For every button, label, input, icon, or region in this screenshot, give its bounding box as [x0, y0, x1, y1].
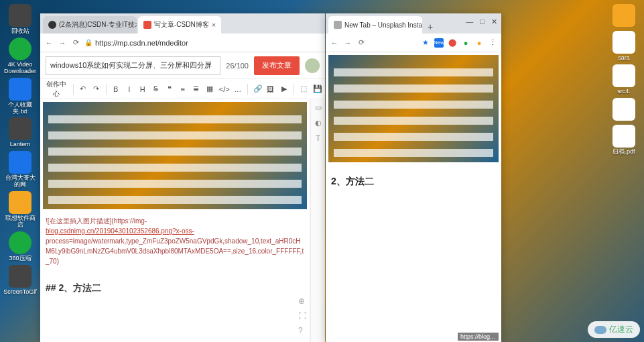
desktop-icon[interactable]: 个人收藏夹.txt: [3, 78, 38, 115]
desktop-icon[interactable]: 回收站: [3, 4, 38, 35]
desktop-icon[interactable]: src4.: [606, 64, 641, 95]
heading-button[interactable]: H: [139, 85, 147, 93]
desktop-icon-image: [9, 4, 31, 27]
creative-center-link[interactable]: 创作中心: [44, 80, 68, 99]
extension-icon-1[interactable]: ⬤: [448, 38, 457, 48]
reload-button[interactable]: ⟳: [357, 38, 366, 47]
bookmark-star-icon[interactable]: ★: [421, 38, 430, 48]
zoom-in-icon[interactable]: ⊕: [298, 296, 306, 306]
publish-button[interactable]: 发布文章: [254, 56, 300, 75]
desktop-icon-label: sara: [618, 55, 630, 62]
bottom-tools: ⊕ ⛶ ?: [298, 296, 306, 335]
desktop-icon-label: 360压缩: [9, 255, 31, 262]
watermark-logo-icon: [594, 326, 606, 334]
desktop-icon-label: 联想软件商店: [3, 215, 38, 229]
forward-button[interactable]: →: [58, 39, 67, 47]
quote-button[interactable]: ❝: [166, 84, 174, 93]
side-toolbar: ▭ ◐ T: [310, 99, 325, 342]
desktop-icon-image: [9, 117, 31, 140]
desktop-icon-image: [613, 98, 635, 121]
undo-button[interactable]: ↶: [79, 84, 87, 93]
desktop-icon[interactable]: 联想软件商店: [3, 191, 38, 229]
favicon-github: [48, 21, 56, 29]
fullscreen-icon[interactable]: ⛶: [298, 311, 306, 321]
desktop-icon-image: [613, 31, 635, 54]
char-count: 26/100: [226, 62, 249, 70]
ul-button[interactable]: ≡: [179, 85, 187, 93]
forward-button[interactable]: →: [343, 39, 352, 47]
desktop-icon[interactable]: 4K Video Downloader: [3, 38, 38, 75]
address-input[interactable]: 🔒 https://mp.csdn.net/mdeditor: [84, 39, 321, 47]
address-bar: ← → ⟳ 🔒 https://mp.csdn.net/mdeditor: [40, 34, 325, 52]
editor-toolbar: 创作中心 ↶ ↷ B I H S̶ ❝ ≡ ≣ ▦ </> … 🔗 🖼 ▶ ⬚ …: [40, 79, 325, 99]
tab-label: 写文章-CSDN博客: [154, 20, 209, 30]
desktop-icon-label: 4K Video Downloader: [3, 62, 38, 75]
chrome-window-right: — □ ✕ New Tab – Unsplash Instant × + ← →…: [326, 13, 501, 342]
side-tool-2[interactable]: ◐: [315, 119, 322, 127]
desktop-icon-label: ScreenToGif: [3, 289, 37, 296]
bold-button[interactable]: B: [112, 85, 120, 93]
link-button[interactable]: 🔗: [253, 84, 261, 93]
table-button[interactable]: ▦: [206, 84, 214, 93]
image-button[interactable]: 🖼: [267, 85, 275, 93]
tab-label: New Tab – Unsplash Instant: [344, 21, 422, 29]
status-url-tip: https://blog…: [458, 333, 499, 341]
italic-button[interactable]: I: [125, 85, 133, 93]
desktop-icon[interactable]: 归档.pdf: [606, 125, 641, 156]
desktop-icon-image: [9, 151, 31, 174]
code-button[interactable]: </>: [219, 85, 229, 93]
close-window-button[interactable]: ✕: [491, 17, 497, 26]
editor-header: 26/100 发布文章: [40, 52, 325, 79]
help-icon[interactable]: ?: [298, 326, 306, 335]
side-tool-3[interactable]: T: [316, 134, 320, 142]
layout-button[interactable]: ⬚: [300, 84, 308, 93]
save-button[interactable]: 💾: [313, 84, 321, 93]
side-tool-1[interactable]: ▭: [315, 103, 322, 112]
desktop-icon-label: 回收站: [11, 28, 29, 35]
back-button[interactable]: ←: [44, 39, 54, 47]
desktop-icon-label: src4.: [617, 89, 631, 95]
desktop-icon[interactable]: [606, 4, 641, 28]
desktop-icon[interactable]: 360压缩: [3, 231, 38, 262]
strike-button[interactable]: S̶: [152, 84, 160, 93]
tab-csdn-home[interactable]: (2条消息)CSDN-专业IT技术社区 ×: [43, 16, 137, 34]
markdown-pane[interactable]: ![在这里插入图片描述](https://img- blog.csdnimg.c…: [40, 99, 310, 342]
tab-bar: (2条消息)CSDN-专业IT技术社区 × 写文章-CSDN博客 ×: [40, 13, 325, 34]
desktop-icon[interactable]: Lantern: [3, 117, 38, 148]
tab-unsplash[interactable]: New Tab – Unsplash Instant ×: [328, 16, 422, 34]
extension-icon-2[interactable]: ●: [461, 38, 470, 48]
desktop-icon[interactable]: [606, 98, 641, 122]
minimize-button[interactable]: —: [466, 17, 473, 26]
screenshot-thumbnail-1: [43, 102, 307, 209]
desktop-icon[interactable]: ScreenToGif: [3, 265, 38, 296]
desktop-icon-image: [613, 125, 635, 148]
redo-button[interactable]: ↷: [92, 84, 101, 93]
desktop-icon-label: 归档.pdf: [613, 149, 635, 156]
favicon-csdn: [143, 21, 151, 29]
url-text: https://mp.csdn.net/mdeditor: [95, 39, 188, 47]
new-badge: New: [434, 38, 444, 48]
desktop-icon[interactable]: sara: [606, 31, 641, 62]
markdown-h2[interactable]: ## 2、方法二: [43, 280, 307, 297]
video-button[interactable]: ▶: [280, 84, 288, 93]
reload-button[interactable]: ⟳: [71, 38, 80, 47]
back-button[interactable]: ←: [330, 39, 339, 47]
more-button[interactable]: …: [234, 85, 242, 93]
watermark-text: 亿速云: [609, 324, 633, 335]
close-tab-icon[interactable]: ×: [212, 21, 216, 29]
desktop-icon-image: [9, 231, 31, 254]
menu-icon[interactable]: ⋮: [488, 38, 497, 48]
tab-csdn-editor[interactable]: 写文章-CSDN博客 ×: [138, 16, 221, 34]
desktop-icon-image: [9, 191, 31, 214]
article-title-input[interactable]: [46, 56, 220, 75]
desktop-icon[interactable]: 台湾大哥大的网: [3, 151, 38, 188]
extension-icon-3[interactable]: ●: [474, 38, 484, 48]
ol-button[interactable]: ≣: [192, 84, 200, 93]
desktop-icon-label: 个人收藏夹.txt: [3, 102, 38, 115]
maximize-button[interactable]: □: [480, 17, 485, 26]
chrome-window-left: (2条消息)CSDN-专业IT技术社区 × 写文章-CSDN博客 × ← → ⟳…: [40, 13, 325, 342]
avatar[interactable]: [305, 58, 320, 73]
new-tab-button[interactable]: +: [424, 20, 437, 34]
favicon-generic: [334, 21, 342, 29]
markdown-source[interactable]: ![在这里插入图片描述](https://img- blog.csdnimg.c…: [43, 213, 307, 269]
